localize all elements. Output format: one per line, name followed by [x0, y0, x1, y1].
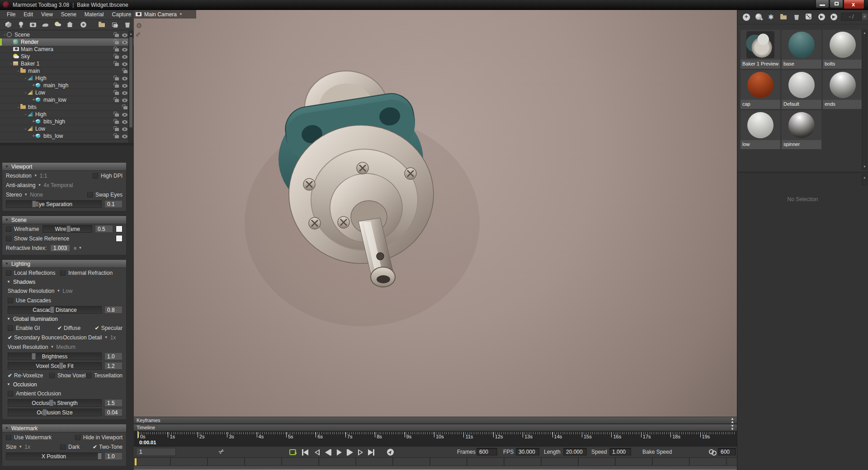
timeline-collapse-icon[interactable]: ▼▼ [731, 424, 734, 431]
speed-input[interactable]: 1.000 [609, 448, 631, 456]
visibility-eye-icon[interactable] [122, 55, 127, 59]
dice-icon[interactable] [806, 14, 811, 19]
panel-divider[interactable] [0, 143, 134, 146]
timeline-ruler[interactable]: 0:00.01 0s1s2s3s4s5s6s7s8s9s10s11s12s13s… [134, 431, 737, 446]
camera-dropdown-icon[interactable]: ▼ [179, 12, 183, 16]
x-position-value[interactable]: 1.0 [104, 452, 123, 460]
use-watermark-checkbox[interactable] [6, 435, 11, 440]
tree-item-main[interactable]: -main [0, 67, 134, 75]
menu-file[interactable]: File [3, 10, 19, 19]
voxel-resolution-dropdown-icon[interactable]: ▼ [50, 345, 54, 349]
material-thumbnail[interactable] [741, 30, 780, 60]
tree-item-main_low[interactable]: +main_low [0, 96, 134, 103]
lock-icon[interactable] [115, 41, 119, 44]
enable-gi-checkbox[interactable] [8, 325, 13, 331]
shadows-subheader[interactable]: ▼Shadows [2, 277, 126, 286]
play-button[interactable] [334, 448, 344, 456]
counter-plus-button[interactable]: + [862, 14, 867, 19]
settings-burst-icon[interactable]: ✱ [768, 14, 774, 20]
scroll-up-icon[interactable]: ▲ [129, 32, 133, 36]
visibility-eye-icon[interactable] [122, 41, 127, 44]
occlusion-size-slider[interactable]: Occlusion Size [8, 409, 102, 416]
visibility-eye-icon[interactable] [122, 84, 127, 88]
diffuse-checkmark-icon[interactable]: ✔ [57, 325, 62, 331]
tree-item-sky[interactable]: Sky [0, 53, 134, 60]
folder-icon[interactable] [780, 14, 787, 19]
tree-item-main-camera[interactable]: Main Camera [0, 46, 134, 53]
material-ends[interactable]: ends [823, 70, 863, 109]
tree-item-bits[interactable]: -bits [0, 103, 134, 111]
material-bolts[interactable]: bolts [823, 30, 863, 69]
viewport-settings-gear-icon[interactable]: ⚙ [136, 22, 142, 30]
step-forward-button[interactable] [345, 448, 355, 456]
occlusion-size-value[interactable]: 0.04 [104, 409, 123, 416]
section-scene-header[interactable]: ▼Scene [2, 216, 126, 224]
global-illumination-subheader[interactable]: ▼Global Illumination [2, 315, 126, 323]
visibility-eye-icon[interactable] [122, 77, 127, 80]
camera-selector[interactable]: Main Camera ▼ [134, 10, 196, 19]
material-base[interactable]: base [782, 30, 821, 69]
occlusion-strength-value[interactable]: 1.5 [104, 399, 123, 407]
lock-icon[interactable] [115, 121, 119, 124]
camera-icon[interactable] [30, 21, 38, 28]
antialiasing-value[interactable]: 4x Temporal [43, 182, 73, 188]
eye-separation-slider[interactable]: Eye Separation [6, 200, 102, 208]
lock-icon[interactable] [115, 34, 119, 37]
tree-expander-icon[interactable]: + [32, 97, 36, 102]
minimize-button[interactable] [816, 0, 829, 8]
fog-icon[interactable] [42, 21, 51, 28]
visibility-eye-icon[interactable] [122, 113, 127, 117]
menu-material[interactable]: Material [80, 10, 108, 19]
cascade-distance-value[interactable]: 0.8 [104, 306, 123, 314]
lock-icon[interactable] [115, 99, 119, 102]
tree-expander-icon[interactable]: - [24, 75, 28, 80]
loop-button[interactable] [288, 448, 297, 456]
tessellation-checkbox[interactable] [86, 373, 91, 378]
wireframe-checkbox[interactable] [6, 226, 11, 232]
hide-in-viewport-checkbox[interactable] [75, 435, 80, 440]
tree-item-low[interactable]: -Low [0, 125, 134, 132]
material-thumbnail[interactable] [741, 110, 780, 140]
shadow-resolution-dropdown-icon[interactable]: ▼ [57, 289, 60, 293]
antialiasing-dropdown-icon[interactable]: ▼ [38, 183, 41, 187]
bake-speed-button[interactable]: Bake Speed [642, 449, 672, 455]
visibility-eye-icon[interactable] [122, 33, 127, 37]
brightness-value[interactable]: 1.0 [104, 352, 123, 360]
shadow-resolution-value[interactable]: Low [62, 288, 72, 294]
tree-expander-icon[interactable]: - [16, 104, 20, 109]
occlusion-subheader[interactable]: ▼Occlusion [2, 380, 126, 389]
refractive-dropdown-icon[interactable]: ▼ [78, 246, 82, 250]
local-reflections-checkbox[interactable] [6, 270, 11, 276]
play-reverse-button[interactable] [312, 448, 322, 456]
wireframe-slider[interactable]: Wireframe [42, 225, 92, 233]
folder-icon[interactable] [99, 21, 107, 28]
tree-expander-icon[interactable]: - [24, 112, 28, 117]
lock-icon[interactable] [115, 135, 119, 138]
menu-scene[interactable]: Scene [57, 10, 80, 19]
occlusion-strength-slider[interactable]: Occlusion Strength [8, 399, 102, 407]
material-low[interactable]: low [741, 110, 780, 149]
tree-expander-icon[interactable]: - [3, 32, 7, 37]
tree-expander-icon[interactable]: - [24, 126, 28, 131]
tree-expander-icon[interactable]: - [9, 61, 13, 66]
tree-item-scene[interactable]: -Scene [0, 31, 134, 38]
trash-icon[interactable] [793, 14, 799, 20]
lock-icon[interactable] [115, 77, 119, 80]
visibility-eye-icon[interactable] [122, 91, 127, 95]
watermark-size-dropdown-icon[interactable]: ▼ [19, 445, 22, 449]
trash-icon[interactable] [124, 21, 132, 28]
tree-item-render[interactable]: Render [0, 38, 134, 46]
viewport-3d[interactable]: Main Camera ▼ ⚙ ✎ Keyframes ▲▲ Timeline … [134, 10, 737, 470]
wireframe-color-swatch[interactable] [116, 226, 123, 232]
frame-number-input[interactable]: 1 [136, 448, 176, 456]
keyframes-expand-icon[interactable]: ▲▲ [731, 417, 734, 423]
high-dpi-checkbox[interactable] [93, 173, 98, 179]
material-thumbnail[interactable] [782, 110, 821, 140]
swap-eyes-checkbox[interactable] [87, 192, 93, 197]
voxel-resolution-value[interactable]: Medium [56, 344, 75, 350]
stereo-value[interactable]: None [30, 192, 43, 198]
material-default[interactable]: Default [782, 70, 821, 109]
skip-end-button[interactable] [366, 448, 376, 456]
scale-reference-swatch[interactable] [116, 235, 123, 242]
internal-refraction-checkbox[interactable] [60, 270, 66, 276]
